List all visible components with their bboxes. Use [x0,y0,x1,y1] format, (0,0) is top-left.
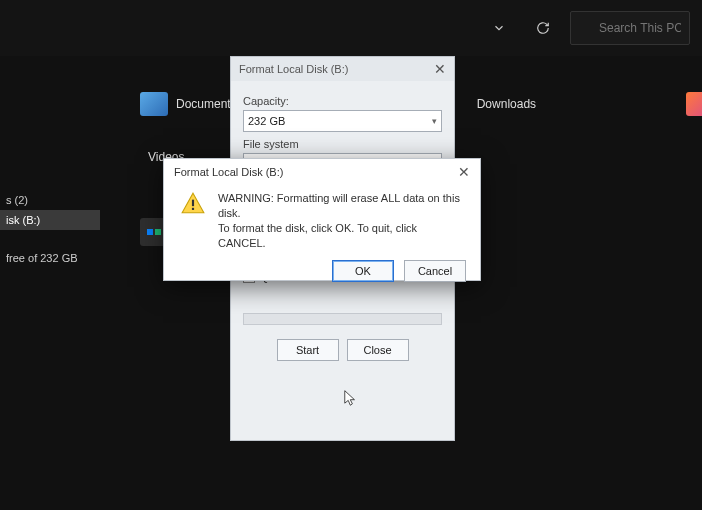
folder-documents[interactable]: Documents [140,92,237,116]
warning-title: Format Local Disk (B:) [174,166,283,178]
folder-downloads[interactable]: Downloads [477,92,536,116]
ok-button[interactable]: OK [332,260,394,282]
folder-icon [686,92,702,116]
capacity-label: Capacity: [243,95,442,107]
search-input[interactable] [570,11,690,45]
capacity-select[interactable]: 232 GB ▾ [243,110,442,132]
warning-line1: WARNING: Formatting will erase ALL data … [218,191,464,221]
sidebar-fragment: s (2) isk (B:) free of 232 GB [0,190,100,268]
chevron-down-icon: ▾ [432,116,437,126]
format-title: Format Local Disk (B:) [239,63,348,75]
sidebar-row-selected[interactable]: isk (B:) [0,210,100,230]
svg-rect-2 [192,200,194,207]
folder-label: Downloads [477,97,536,111]
refresh-icon[interactable] [526,11,560,45]
start-button[interactable]: Start [277,339,339,361]
folder-icon [140,92,168,116]
folder-music[interactable]: Music [686,92,702,116]
cancel-button[interactable]: Cancel [404,260,466,282]
desktop: Documents Downloads Music Videos s (2) i… [0,0,702,510]
explorer-topbar [0,0,702,56]
svg-rect-3 [192,208,194,210]
warning-icon [180,191,206,217]
search-wrap [570,11,690,45]
format-titlebar: Format Local Disk (B:) ✕ [231,57,454,81]
chevron-down-icon[interactable] [482,11,516,45]
capacity-value: 232 GB [248,115,285,127]
close-icon[interactable]: ✕ [434,61,446,77]
warning-titlebar: Format Local Disk (B:) ✕ [164,159,480,185]
sidebar-row[interactable]: s (2) [0,190,100,210]
close-icon[interactable]: ✕ [458,164,470,180]
warning-dialog: Format Local Disk (B:) ✕ WARNING: Format… [163,158,481,281]
filesystem-label: File system [243,138,442,150]
sidebar-freespace: free of 232 GB [0,248,100,268]
close-button[interactable]: Close [347,339,409,361]
warning-line2: To format the disk, click OK. To quit, c… [218,221,464,251]
folder-label: Documents [176,97,237,111]
warning-message: WARNING: Formatting will erase ALL data … [218,191,464,250]
format-progressbar [243,313,442,325]
